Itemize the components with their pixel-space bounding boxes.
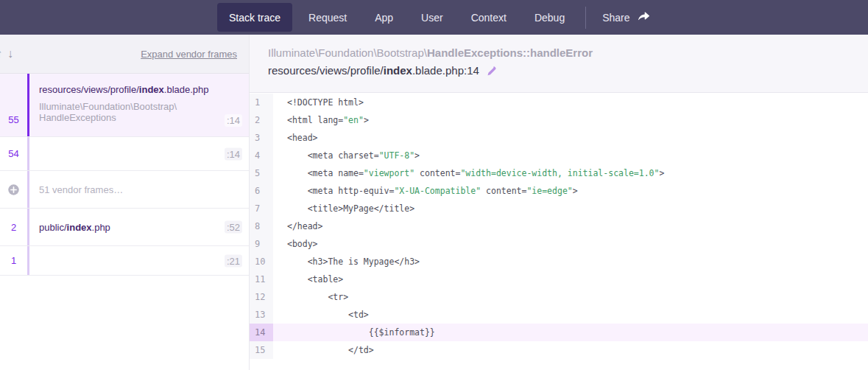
prev-frame-arrow-icon[interactable]: ↑	[0, 47, 2, 60]
code-text: <head>	[273, 133, 318, 143]
nav-tabs: Stack traceRequestAppUserContextDebug	[217, 0, 581, 35]
expand-vendor-frames-link[interactable]: Expand vendor frames	[141, 49, 237, 60]
frame-body	[29, 246, 249, 275]
frame-accent-bar	[27, 74, 29, 136]
frame-line-number: :14	[225, 114, 242, 127]
code-text: <meta name="viewport" content="width=dev…	[273, 168, 664, 178]
top-navbar: Stack traceRequestAppUserContextDebug Sh…	[0, 0, 868, 35]
exception-handler-path: Illuminate\Foundation\Bootstrap\HandleEx…	[268, 46, 868, 60]
code-viewer: 1<!DOCTYPE html>2<html lang="en">3<head>…	[250, 94, 868, 370]
frame-file-path: public/index.php	[39, 222, 219, 233]
frame-number: 54	[0, 137, 27, 170]
code-text: </td>	[273, 345, 374, 355]
frame-accent-bar	[27, 246, 29, 275]
frame-body: resources/views/profile/index.blade.phpI…	[29, 74, 249, 136]
vendor-frames-toggle[interactable]: 51 vendor frames…	[0, 171, 249, 209]
frame-accent-bar	[27, 137, 29, 170]
code-text: <!DOCTYPE html>	[273, 97, 364, 108]
stack-frame[interactable]: 54:14	[0, 137, 249, 171]
current-file-path: resources/views/profile/index.blade.php:…	[268, 63, 868, 78]
code-text: <h3>The is Mypage</h3>	[273, 256, 420, 267]
code-line: 1<!DOCTYPE html>	[250, 94, 868, 111]
code-text: <td>	[273, 310, 369, 320]
line-number: 4	[250, 147, 273, 164]
vendor-frames-label: 51 vendor frames…	[39, 184, 219, 195]
tab-debug[interactable]: Debug	[523, 3, 576, 32]
code-line: 13 <td>	[250, 306, 868, 324]
frame-list: 55resources/views/profile/index.blade.ph…	[0, 74, 249, 276]
navbar-divider	[585, 7, 586, 29]
frame-body	[29, 137, 249, 170]
code-line: 6 <meta http-equiv="X-UA-Compatible" con…	[250, 182, 868, 200]
line-number: 11	[250, 270, 273, 288]
expand-plus-icon	[0, 171, 27, 208]
next-frame-arrow-icon[interactable]: ↓	[7, 47, 13, 60]
frame-line-number: :14	[225, 147, 242, 160]
code-line: 12 <tr>	[250, 288, 868, 306]
code-line: 3<head>	[250, 129, 868, 147]
frame-line-number: :52	[225, 221, 242, 234]
frame-number: 2	[0, 209, 27, 245]
code-text: <tr>	[273, 292, 348, 302]
line-number: 10	[250, 253, 273, 270]
frame-number: 55	[0, 74, 27, 136]
stack-frame[interactable]: 55resources/views/profile/index.blade.ph…	[0, 74, 249, 137]
code-text: <table>	[273, 274, 343, 285]
code-text: <title>MyPage</title>	[273, 203, 414, 214]
handler-namespace: Illuminate\Foundation\Bootstrap\	[268, 46, 427, 59]
stack-frame[interactable]: 2public/index.php:52	[0, 209, 249, 246]
frame-line-number: :21	[225, 254, 242, 267]
handler-method: HandleExceptions::handleError	[427, 46, 593, 59]
line-number: 12	[250, 288, 273, 306]
share-arrow-icon	[637, 10, 651, 26]
code-line: 9<body>	[250, 235, 868, 253]
code-line: 11 <table>	[250, 270, 868, 288]
share-button[interactable]: Share	[595, 3, 657, 32]
frame-accent-bar	[27, 171, 29, 208]
line-number: 13	[250, 306, 273, 324]
share-label: Share	[602, 12, 629, 24]
code-text: </head>	[273, 221, 322, 231]
line-number: 1	[250, 94, 273, 111]
tab-stack-trace[interactable]: Stack trace	[217, 3, 292, 32]
sidebar-header: ↑ ↓ Expand vendor frames	[0, 35, 249, 74]
line-number: 3	[250, 129, 273, 147]
line-number: 15	[250, 341, 273, 359]
code-text: {{$informat}}	[273, 327, 435, 338]
frame-file-path: resources/views/profile/index.blade.php	[39, 84, 219, 95]
code-line: 2<html lang="en">	[250, 111, 868, 129]
line-number: 7	[250, 200, 273, 217]
stack-trace-sidebar: ↑ ↓ Expand vendor frames 55resources/vie…	[0, 35, 250, 370]
code-line: 15 </td>	[250, 341, 868, 359]
line-number: 2	[250, 111, 273, 129]
frame-body: 51 vendor frames…	[29, 171, 249, 208]
code-text: <meta charset="UTF-8">	[273, 150, 420, 161]
code-line: 7 <title>MyPage</title>	[250, 200, 868, 217]
line-number: 8	[250, 217, 273, 235]
line-number: 9	[250, 235, 273, 253]
tab-user[interactable]: User	[409, 3, 455, 32]
frame-body: public/index.php	[29, 209, 249, 245]
code-line: 10 <h3>The is Mypage</h3>	[250, 253, 868, 270]
frame-accent-bar	[27, 209, 29, 245]
tab-context[interactable]: Context	[459, 3, 518, 32]
pencil-icon[interactable]	[486, 66, 497, 77]
code-line: 8</head>	[250, 217, 868, 235]
frame-class-path: Illuminate\Foundation\Bootstrap\ HandleE…	[39, 101, 219, 123]
code-text: <meta http-equiv="X-UA-Compatible" conte…	[273, 186, 578, 196]
line-number: 6	[250, 182, 273, 200]
frame-nav-arrows: ↑ ↓	[0, 47, 13, 60]
tab-app[interactable]: App	[363, 3, 405, 32]
line-number: 5	[250, 164, 273, 182]
frame-number: 1	[0, 246, 27, 275]
line-number: 14	[250, 324, 273, 341]
code-text: <html lang="en">	[273, 115, 369, 125]
file-path-text: resources/views/profile/index.blade.php:…	[268, 63, 479, 78]
code-line: 5 <meta name="viewport" content="width=d…	[250, 164, 868, 182]
code-line: 4 <meta charset="UTF-8">	[250, 147, 868, 164]
stack-frame[interactable]: 1:21	[0, 246, 249, 276]
tab-request[interactable]: Request	[297, 3, 359, 32]
code-text: <body>	[273, 239, 318, 249]
main-panel: Illuminate\Foundation\Bootstrap\HandleEx…	[250, 35, 868, 370]
frame-detail-header: Illuminate\Foundation\Bootstrap\HandleEx…	[250, 35, 868, 93]
